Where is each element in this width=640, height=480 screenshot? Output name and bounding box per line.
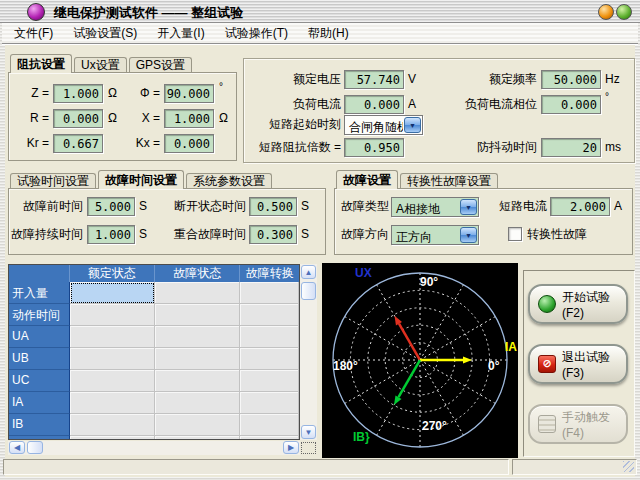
z-field[interactable]: 1.000 (53, 84, 103, 103)
row-header-ua[interactable]: UA (9, 326, 70, 348)
table-cell[interactable] (155, 370, 240, 392)
table-cell[interactable] (240, 392, 299, 414)
table-cell[interactable] (155, 304, 240, 326)
reclose-fault-time-field[interactable]: 0.300 (249, 225, 297, 244)
impedance-panel: 阻抗设置 Ux设置 GPS设置 Z = 1.000 Ω Φ = 90.000 °… (8, 55, 237, 161)
fault-duration-label: 故障持续时间 (11, 225, 83, 244)
fault-type-select[interactable]: A相接地 ▼ (391, 197, 479, 217)
row-header-uc[interactable]: UC (9, 370, 70, 392)
scroll-left-icon[interactable]: ◀ (9, 441, 25, 454)
start-test-button[interactable]: 开始试验(F2) (528, 284, 628, 324)
rated-frequency-field[interactable]: 50.000 (541, 70, 601, 89)
table-cell[interactable] (70, 304, 155, 326)
column-header-fault-convert[interactable]: 故障转换 (240, 265, 299, 282)
scroll-right-icon[interactable]: ▶ (283, 441, 299, 454)
load-current-phase-field[interactable]: 0.000 (541, 95, 601, 114)
short-circuit-current-field[interactable]: 2.000 (550, 197, 610, 216)
menu-item-test-operation[interactable]: 试验操作(T) (215, 23, 298, 44)
tab-ux-settings[interactable]: Ux设置 (74, 57, 127, 73)
menu-item-file[interactable]: 文件(F) (4, 23, 63, 44)
tab-fault-settings[interactable]: 故障设置 (336, 170, 398, 189)
horizontal-scroll-thumb[interactable] (27, 441, 43, 454)
row-header-ib[interactable]: IB (9, 414, 70, 436)
phasor-label: IA (505, 341, 517, 353)
column-header-rated-state[interactable]: 额定状态 (70, 265, 155, 282)
tab-fault-time-settings[interactable]: 故障时间设置 (98, 170, 184, 189)
table-cell[interactable] (155, 282, 240, 304)
menu-item-input-quantity[interactable]: 开入量(I) (147, 23, 214, 44)
pre-fault-time-field[interactable]: 5.000 (87, 197, 135, 216)
tab-convert-fault-settings[interactable]: 转换性故障设置 (400, 173, 498, 189)
action-button-panel: 开始试验(F2) 退出试验(F3) 手动触发(F4) (523, 270, 635, 457)
table-cell[interactable] (70, 348, 155, 370)
table-cell[interactable] (240, 414, 299, 436)
table-cell[interactable] (155, 392, 240, 414)
table-cell[interactable] (155, 348, 240, 370)
row-header-ia[interactable]: IA (9, 392, 70, 414)
convert-fault-checkbox[interactable] (508, 227, 522, 241)
chevron-down-icon[interactable]: ▼ (460, 227, 477, 243)
scroll-down-icon[interactable]: ▼ (301, 425, 316, 439)
table-horizontal-scrollbar[interactable]: ◀ ▶ (8, 441, 300, 455)
tab-impedance-settings[interactable]: 阻抗设置 (10, 54, 72, 73)
phasor-label: UX (355, 267, 372, 279)
table-vertical-scrollbar[interactable]: ▲ ▼ (300, 264, 317, 440)
phasor-label: 270° (422, 420, 447, 432)
menu-item-test-settings[interactable]: 试验设置(S) (63, 23, 147, 44)
row-header-ub[interactable]: UB (9, 348, 70, 370)
row-header-input[interactable]: 开入量 (9, 282, 70, 304)
table-cell[interactable] (240, 436, 299, 440)
exit-test-button[interactable]: 退出试验(F3) (528, 344, 628, 384)
vertical-scroll-thumb[interactable] (301, 282, 316, 300)
table-cell-selected[interactable] (70, 282, 155, 304)
short-circuit-start-select[interactable]: 合闸角随机 ▼ (344, 115, 423, 135)
reclose-fault-time-label: 重合故障时间 (149, 225, 246, 244)
column-header-fault-state[interactable]: 故障状态 (155, 265, 240, 282)
table-cell[interactable] (240, 304, 299, 326)
table-row: 动作时间 (9, 304, 299, 326)
table-cell[interactable] (70, 326, 155, 348)
row-header-action-time[interactable]: 动作时间 (9, 304, 70, 326)
chevron-down-icon[interactable]: ▼ (404, 117, 421, 133)
impedance-tab-body: Z = 1.000 Ω Φ = 90.000 ° R = 0.000 Ω X =… (8, 72, 237, 161)
pre-fault-time-label: 故障前时间 (11, 197, 83, 216)
phi-field[interactable]: 90.000 (164, 84, 214, 103)
menu-item-help[interactable]: 帮助(H) (298, 23, 359, 44)
table-cell[interactable] (70, 436, 155, 440)
fault-duration-field[interactable]: 1.000 (87, 225, 135, 244)
tab-test-time-settings[interactable]: 试验时间设置 (10, 173, 96, 189)
r-field[interactable]: 0.000 (53, 109, 103, 128)
anti-jitter-field[interactable]: 20 (541, 138, 601, 157)
tab-gps-settings[interactable]: GPS设置 (129, 57, 192, 73)
kr-field[interactable]: 0.667 (53, 134, 103, 153)
row-header-ic[interactable]: IC (9, 436, 70, 440)
x-unit: Ω (219, 109, 228, 128)
fault-direction-select[interactable]: 正方向 ▼ (391, 225, 479, 245)
table-cell[interactable] (155, 436, 240, 440)
resize-grip[interactable] (623, 461, 634, 472)
table-cell[interactable] (155, 326, 240, 348)
kx-field[interactable]: 0.000 (164, 134, 214, 153)
table-cell[interactable] (240, 370, 299, 392)
table-cell[interactable] (240, 348, 299, 370)
x-label: X = (122, 109, 160, 128)
window-titlebar[interactable]: 继电保护测试软件 —— 整组试验 (0, 0, 640, 23)
table-grid[interactable]: 额定状态 故障状态 故障转换 开入量 动作时间 UA (8, 264, 300, 440)
window-minimize-button[interactable] (598, 4, 614, 20)
table-cell[interactable] (70, 392, 155, 414)
scroll-up-icon[interactable]: ▲ (301, 265, 316, 279)
x-field[interactable]: 1.000 (164, 109, 214, 128)
table-cell[interactable] (70, 414, 155, 436)
open-state-time-field[interactable]: 0.500 (249, 197, 297, 216)
table-cell[interactable] (240, 282, 299, 304)
manual-trigger-icon (538, 415, 556, 433)
fault-type-label: 故障类型 (341, 197, 389, 216)
window-close-button[interactable] (616, 4, 632, 20)
table-cell[interactable] (155, 414, 240, 436)
r-label: R = (13, 109, 49, 128)
chevron-down-icon[interactable]: ▼ (460, 199, 477, 215)
scrollbar-corner (300, 441, 317, 455)
tab-system-param-settings[interactable]: 系统参数设置 (186, 173, 272, 189)
table-cell[interactable] (70, 370, 155, 392)
table-cell[interactable] (240, 326, 299, 348)
